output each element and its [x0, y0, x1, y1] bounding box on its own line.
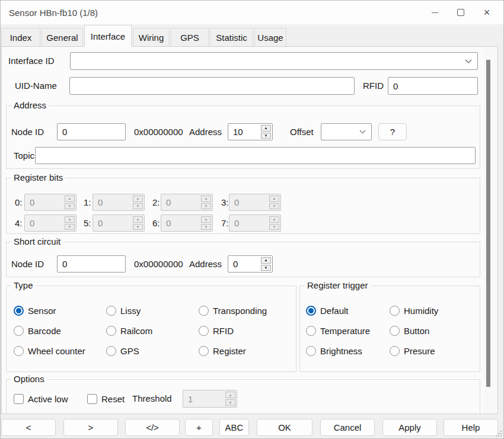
spin-up-button: ▲ — [225, 392, 235, 398]
spin-up-button: ▲ — [65, 216, 75, 223]
spin-up-button: ▲ — [269, 216, 279, 223]
vertical-scrollbar[interactable] — [484, 47, 497, 413]
cancel-button[interactable]: Cancel — [320, 419, 375, 436]
options-group: Options Active low Reset Threshold ▲ ▼ — [6, 379, 480, 414]
radio-button[interactable]: Button — [390, 326, 476, 336]
bit-1-label: 1: — [84, 194, 91, 211]
radio-register[interactable]: Register — [199, 346, 291, 356]
help-question-button[interactable]: ? — [378, 123, 407, 140]
node-hex-label: 0x00000000 — [134, 123, 183, 140]
radio-railcom[interactable]: Railcom — [106, 326, 199, 336]
spin-down-button: ▼ — [65, 203, 75, 210]
bit-1-spinbox: ▲▼ — [92, 194, 145, 211]
code-button[interactable]: </> — [125, 419, 180, 436]
rfid-input[interactable] — [388, 77, 478, 95]
add-button[interactable]: + — [185, 419, 213, 436]
radio-default[interactable]: Default — [306, 306, 390, 316]
spin-up-button: ▲ — [133, 196, 143, 202]
window-controls: × — [422, 1, 500, 24]
tab-interface[interactable]: Interface — [84, 25, 132, 47]
bit-4-spin-buttons: ▲▼ — [65, 216, 75, 230]
apply-button[interactable]: Apply — [382, 419, 437, 436]
radio-presure[interactable]: Presure — [390, 346, 476, 356]
tab-usage[interactable]: Usage — [254, 28, 286, 46]
scrollbar-thumb[interactable] — [486, 60, 490, 387]
spin-down-button[interactable]: ▼ — [261, 265, 271, 271]
register-bits-group: Register bits 0: ▲▼ 1: ▲▼ 2: ▲▼ 3: ▲▼ 4: — [6, 178, 480, 234]
tab-wiring[interactable]: Wiring — [133, 28, 170, 46]
maximize-icon — [457, 9, 464, 16]
ok-button[interactable]: OK — [257, 419, 312, 436]
sc-node-id-input[interactable] — [57, 255, 126, 273]
radio-dot-icon — [199, 346, 209, 356]
radio-dot-icon — [106, 326, 116, 336]
interface-tab-panel: Interface ID UID-Name RFID Address Node … — [1, 46, 498, 414]
resize-grip[interactable] — [495, 430, 502, 437]
bit-6-spin-buttons: ▲▼ — [201, 216, 211, 230]
interface-id-label: Interface ID — [8, 52, 55, 70]
radio-lissy[interactable]: Lissy — [106, 306, 199, 316]
uid-name-input[interactable] — [69, 77, 355, 95]
bit-0-spinbox: ▲▼ — [24, 194, 76, 211]
radio-dot-icon — [106, 306, 116, 316]
topic-input[interactable] — [35, 147, 476, 164]
options-group-legend: Options — [11, 374, 47, 384]
tab-index[interactable]: Index — [1, 28, 40, 46]
bit-0-label: 0: — [15, 194, 23, 211]
spin-down-button[interactable]: ▼ — [261, 133, 271, 139]
spin-down-button: ▼ — [201, 203, 211, 210]
reset-checkbox[interactable]: Reset — [87, 390, 125, 408]
radio-dot-icon — [14, 306, 24, 316]
radio-transponding[interactable]: Transponding — [199, 306, 291, 316]
tab-general[interactable]: General — [42, 28, 83, 46]
spin-down-button: ▼ — [65, 224, 75, 230]
sc-spin-buttons: ▲ ▼ — [261, 257, 271, 271]
threshold-spinbox: ▲ ▼ — [183, 390, 237, 408]
spin-up-button: ▲ — [133, 216, 143, 223]
spin-up-button[interactable]: ▲ — [261, 257, 271, 264]
bit-1-input — [93, 194, 133, 210]
sc-address-input[interactable] — [228, 256, 261, 272]
minimize-button[interactable] — [422, 1, 448, 24]
node-id-input[interactable] — [57, 123, 126, 140]
active-low-checkbox[interactable]: Active low — [14, 390, 68, 408]
help-button[interactable]: Help — [444, 419, 498, 436]
radio-wheel-counter[interactable]: Wheel counter — [14, 346, 106, 356]
maximize-button[interactable] — [448, 1, 474, 24]
tab-gps[interactable]: GPS — [171, 28, 209, 46]
bit-3-label: 3: — [221, 194, 229, 211]
radio-dot-icon — [390, 326, 400, 336]
next-button[interactable]: > — [63, 419, 118, 436]
radio-sensor[interactable]: Sensor — [14, 306, 106, 316]
chevron-down-icon — [359, 130, 366, 134]
bit-4-spinbox: ▲▼ — [24, 214, 76, 232]
close-button[interactable]: × — [474, 1, 500, 24]
bit-7-spin-buttons: ▲▼ — [269, 216, 279, 230]
address-input[interactable] — [228, 124, 261, 140]
radio-humidity[interactable]: Humidity — [390, 306, 476, 316]
register-trigger-group: Register trigger Default Humidity Temper… — [299, 286, 480, 372]
prev-button[interactable]: < — [1, 419, 56, 436]
register-trigger-radio-grid: Default Humidity Temperature Button Brig… — [306, 300, 476, 361]
radio-barcode[interactable]: Barcode — [14, 326, 106, 336]
bit-6-spinbox: ▲▼ — [161, 214, 213, 232]
tab-statistic[interactable]: Statistic — [210, 28, 253, 46]
spin-down-button: ▼ — [133, 203, 143, 210]
offset-combobox[interactable] — [321, 123, 372, 140]
bit-0-input — [25, 194, 65, 210]
spin-up-button[interactable]: ▲ — [261, 125, 271, 132]
interface-id-combobox[interactable] — [70, 52, 478, 70]
radio-dot-icon — [14, 346, 24, 356]
radio-rfid[interactable]: RFID — [199, 326, 291, 336]
radio-gps[interactable]: GPS — [106, 346, 199, 356]
bit-2-spin-buttons: ▲▼ — [201, 196, 211, 209]
bit-2-spinbox: ▲▼ — [161, 194, 213, 211]
checkbox-icon — [87, 394, 97, 404]
radio-dot-icon — [199, 306, 209, 316]
radio-brightness[interactable]: Brightness — [306, 346, 390, 356]
abc-button[interactable]: ABC — [219, 419, 249, 436]
bit-2-input — [161, 194, 201, 210]
spin-down-button: ▼ — [133, 224, 143, 230]
radio-temperature[interactable]: Temperature — [306, 326, 390, 336]
address-group: Address Node ID 0x00000000 Address ▲ ▼ O… — [6, 105, 480, 169]
